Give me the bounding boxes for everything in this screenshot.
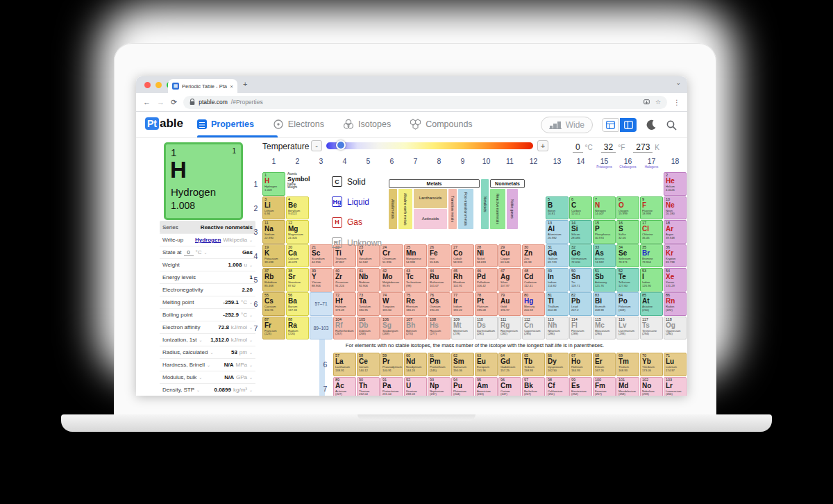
element-cell-w[interactable]: 74WTungsten183.84 xyxy=(380,292,403,316)
element-cell-la[interactable]: 57LaLanthanum138.91 xyxy=(333,353,356,376)
element-cell-rf[interactable]: 104RfRutherfordium(267) xyxy=(333,317,356,340)
element-cell-gd[interactable]: 64GdGadolinium157.25 xyxy=(498,353,521,376)
property-row[interactable]: Weight1.008u⌄ xyxy=(160,258,255,271)
element-cell-pr[interactable]: 59PrPraseodymium140.91 xyxy=(380,353,403,376)
element-cell-i[interactable]: 53IIodine126.90 xyxy=(640,268,663,292)
chevron-down-icon[interactable]: ⌄ xyxy=(204,250,208,255)
element-cell-tc[interactable]: 43TcTechnetium(98) xyxy=(404,268,427,292)
property-row[interactable]: Density, STP⌄0.0899kg/m³⌄ xyxy=(160,383,255,396)
element-cell-rh[interactable]: 45RhRhodium102.91 xyxy=(451,268,474,292)
element-cell-mc[interactable]: 115McMoscovium(290) xyxy=(593,317,616,340)
element-cell-ho[interactable]: 67HoHolmium164.93 xyxy=(569,353,592,376)
tab-compounds[interactable]: Compounds xyxy=(410,119,472,130)
element-cell-lv[interactable]: 116LvLivermorium(293) xyxy=(616,317,639,340)
element-cell-sm[interactable]: 62SmSamarium150.36 xyxy=(451,353,474,376)
property-row[interactable]: Electronegativity2.20 xyxy=(160,283,255,296)
element-cell-cl[interactable]: 17ClChlorine35.45 xyxy=(640,220,663,244)
legend-alkaline-earth-metals[interactable]: Alkaline earth metals xyxy=(398,189,412,229)
element-cell-og[interactable]: 118OgOganesson(294) xyxy=(664,317,687,340)
back-icon[interactable]: ← xyxy=(143,98,151,106)
element-cell-zn[interactable]: 30ZnZinc65.38 xyxy=(522,244,545,268)
element-cell-sn[interactable]: 50SnTin118.71 xyxy=(569,268,592,292)
element-cell-tl[interactable]: 81TlThallium204.38 xyxy=(546,292,569,316)
element-cell-cu[interactable]: 29CuCopper63.546 xyxy=(498,244,521,268)
element-cell-ru[interactable]: 44RuRuthenium101.07 xyxy=(428,268,451,292)
element-cell-pa[interactable]: 91PaProtactinium231.04 xyxy=(380,377,403,396)
element-cell-ts[interactable]: 117TsTennessine(294) xyxy=(640,317,663,340)
chevron-down-icon[interactable]: ⌄ xyxy=(249,362,253,367)
element-cell-re[interactable]: 75ReRhenium186.21 xyxy=(404,292,427,316)
panel-view-button-active[interactable] xyxy=(620,118,637,132)
element-cell-cm[interactable]: 96CmCurium(247) xyxy=(498,377,521,396)
element-cell-na[interactable]: 11NaSodium22.990 xyxy=(262,220,285,244)
property-row[interactable]: Hardness, Brinell⌄N/AMPa⌄ xyxy=(160,358,255,371)
element-cell-pt[interactable]: 78PtPlatinum195.08 xyxy=(475,292,498,316)
close-window-button[interactable] xyxy=(144,82,151,88)
chevron-down-icon[interactable]: ⌄ xyxy=(196,387,200,392)
element-cell-cf[interactable]: 98CfCalifornium(251) xyxy=(546,377,569,396)
element-cell-np[interactable]: 93NpNeptunium(237) xyxy=(428,377,451,396)
element-cell-sb[interactable]: 51SbAntimony121.76 xyxy=(593,268,616,292)
legend-lanthanoids[interactable]: Lanthanoids xyxy=(414,189,447,208)
search-icon[interactable] xyxy=(666,119,678,131)
tab-electrons[interactable]: Electrons xyxy=(273,119,324,130)
element-cell-in[interactable]: 49InIndium114.82 xyxy=(546,268,569,292)
element-cell-am[interactable]: 95AmAmericium(243) xyxy=(475,377,498,396)
element-cell-se[interactable]: 34SeSelenium78.971 xyxy=(616,244,639,268)
element-cell-es[interactable]: 99EsEinsteinium(252) xyxy=(569,377,592,396)
element-cell-hg[interactable]: 80HgMercury200.59 xyxy=(522,292,545,316)
element-cell-nd[interactable]: 60NdNeodymium144.24 xyxy=(404,353,427,376)
element-cell-bi[interactable]: 83BiBismuth208.98 xyxy=(593,292,616,316)
close-tab-icon[interactable]: × xyxy=(230,83,233,90)
element-cell-h[interactable]: 1HHydrogen1.008 xyxy=(262,172,285,196)
dark-mode-moon-icon[interactable] xyxy=(646,119,657,131)
element-cell-nb[interactable]: 41NbNiobium92.906 xyxy=(357,268,380,292)
element-cell-xe[interactable]: 54XeXenon131.29 xyxy=(664,268,687,292)
property-row[interactable]: Melting point-259.1°C⌄ xyxy=(160,296,255,308)
bookmark-star-icon[interactable]: ☆ xyxy=(655,99,661,106)
element-cell-c[interactable]: 6CCarbon12.011 xyxy=(569,196,592,220)
element-cell-ni[interactable]: 28NiNickel58.693 xyxy=(475,244,498,268)
chevron-down-icon[interactable]: ⌄ xyxy=(249,350,253,355)
element-cell-sc[interactable]: 21ScScandium44.956 xyxy=(310,244,333,268)
element-cell-dy[interactable]: 66DyDysprosium162.50 xyxy=(546,353,569,376)
element-cell-bh[interactable]: 107BhBohrium(270) xyxy=(404,317,427,340)
element-cell-fm[interactable]: 100FmFermium(257) xyxy=(593,377,616,396)
element-cell-as[interactable]: 33AsArsenic74.922 xyxy=(593,244,616,268)
element-cell-rg[interactable]: 111RgRoentgenium(282) xyxy=(498,317,521,340)
new-tab-button[interactable]: + xyxy=(243,80,247,88)
element-cell-ge[interactable]: 32GeGermanium72.630 xyxy=(569,244,592,268)
property-row[interactable]: Write-upHydrogenWikipedia⌄ xyxy=(160,233,255,246)
element-cell-rn[interactable]: 86RnRadon(222) xyxy=(664,292,687,316)
element-cell-eu[interactable]: 63EuEuropium151.96 xyxy=(475,353,498,376)
property-row[interactable]: Radius, calculated⌄53pm⌄ xyxy=(160,346,255,358)
element-cell-tb[interactable]: 65TbTerbium158.93 xyxy=(522,353,545,376)
wikipedia-link[interactable]: Hydrogen xyxy=(195,237,221,243)
reload-icon[interactable]: ⟳ xyxy=(171,98,177,107)
element-cell-mn[interactable]: 25MnManganese54.938 xyxy=(404,244,427,268)
element-cell-mo[interactable]: 42MoMolybdenum95.95 xyxy=(380,268,403,292)
element-cell-li[interactable]: 3LiLithium6.94 xyxy=(262,196,285,220)
element-cell-y[interactable]: 39YYttrium88.906 xyxy=(310,268,333,292)
element-cell-nh[interactable]: 113NhNihonium(286) xyxy=(546,317,569,340)
tab-list-chevron-icon[interactable]: ⌄ xyxy=(675,79,681,86)
property-row[interactable]: Boiling point-252.9°C⌄ xyxy=(160,308,255,321)
legend-transition-metals[interactable]: Transition metals xyxy=(448,189,457,229)
element-cell-hf[interactable]: 72HfHafnium178.49 xyxy=(333,292,356,316)
wide-toggle-button[interactable]: Wide xyxy=(541,117,593,133)
element-cell-b[interactable]: 5BBoron10.81 xyxy=(546,196,569,220)
property-row[interactable]: SeriesReactive nonmetals xyxy=(160,221,255,233)
element-cell-cr[interactable]: 24CrChromium51.996 xyxy=(380,244,403,268)
element-cell-at[interactable]: 85AtAstatine(210) xyxy=(640,292,663,316)
element-cell-au[interactable]: 79AuGold196.97 xyxy=(498,292,521,316)
element-cell-ag[interactable]: 47AgSilver107.87 xyxy=(498,268,521,292)
element-cell-lu[interactable]: 71LuLutetium174.97 xyxy=(664,353,687,376)
temperature-slider-thumb[interactable] xyxy=(336,140,346,150)
legend-metalloids[interactable]: Metalloids xyxy=(481,179,489,229)
element-cell-te[interactable]: 52TeTellurium127.60 xyxy=(616,268,639,292)
browser-menu-icon[interactable]: ⋮ xyxy=(673,99,680,106)
browser-tab[interactable]: ▦ Periodic Table - Ptable × xyxy=(168,79,237,93)
table-view-button[interactable] xyxy=(602,118,619,132)
temperature-slider-track[interactable] xyxy=(326,142,533,149)
f-block-placeholder[interactable]: 57–71 xyxy=(310,292,333,316)
